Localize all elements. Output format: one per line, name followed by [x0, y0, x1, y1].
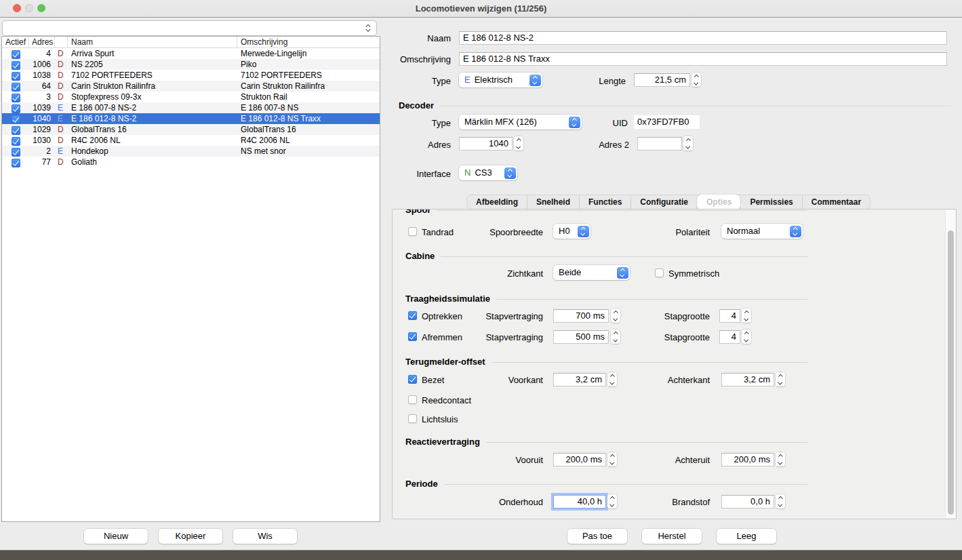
tandrad-checkbox[interactable]: [408, 227, 417, 236]
adres2-stepper[interactable]: [683, 136, 693, 151]
achteruit-stepper[interactable]: [776, 452, 785, 466]
chevron-updown-icon: [578, 226, 589, 237]
brandstof-input[interactable]: 0,0 h: [721, 495, 774, 508]
stapgrootte-input-1[interactable]: 4: [719, 309, 740, 323]
afremmen-checkbox[interactable]: [408, 332, 417, 341]
spoorbreedte-popup[interactable]: H0: [553, 224, 590, 239]
electric-type-letter: E: [464, 75, 470, 85]
uid-field[interactable]: 0x73FD7FB0: [634, 115, 700, 129]
table-row[interactable]: 3DStopfexpress 09-3xStrukton Rail: [2, 92, 380, 102]
cabine-section-title: Cabine: [405, 251, 435, 261]
actief-checkbox[interactable]: [12, 61, 20, 70]
row-omschrijving: Carin Strukton Railinfra: [237, 81, 380, 92]
tab-afbeelding[interactable]: Afbeelding: [467, 195, 527, 209]
adres-label: Adres: [383, 140, 451, 150]
table-row[interactable]: 1029DGlobalTrans 16GlobalTrans 16: [2, 124, 380, 135]
voorkant-label: Voorkant: [435, 375, 543, 385]
kopieer-button[interactable]: Kopieer: [159, 529, 222, 544]
adres-input[interactable]: 1040: [459, 137, 513, 151]
stapvertraging-input-1[interactable]: 700 ms: [553, 309, 609, 323]
col-actief[interactable]: Actief: [2, 37, 29, 47]
col-naam[interactable]: Naam: [68, 37, 237, 47]
col-type[interactable]: [55, 37, 68, 47]
tab-opties[interactable]: Opties: [697, 195, 740, 209]
traagheid-section-title: Traagheidssimulatie: [405, 294, 490, 304]
lengte-input[interactable]: 21,5 cm: [634, 73, 690, 87]
nieuw-button[interactable]: Nieuw: [84, 529, 148, 544]
actief-checkbox[interactable]: [12, 137, 20, 146]
tab-permissies[interactable]: Permissies: [740, 195, 801, 209]
tab-functies[interactable]: Functies: [579, 195, 630, 209]
actief-checkbox[interactable]: [12, 94, 20, 102]
adres2-input[interactable]: [637, 137, 682, 151]
table-row[interactable]: 1038D7102 PORTFEEDERS7102 PORTFEEDERS: [2, 70, 380, 81]
traction-type-letter: E: [55, 146, 68, 157]
achteruit-input[interactable]: 200,0 ms: [721, 453, 774, 466]
actief-checkbox[interactable]: [12, 115, 20, 124]
table-row[interactable]: 64DCarin Strukton RailinfraCarin Strukto…: [2, 81, 380, 92]
tab-commentaar[interactable]: Commentaar: [802, 195, 870, 209]
actief-checkbox[interactable]: [12, 72, 20, 81]
row-omschrijving: Piko: [237, 59, 380, 71]
tab-snelheid[interactable]: Snelheid: [527, 195, 579, 209]
optrekken-checkbox[interactable]: [408, 311, 417, 320]
table-row[interactable]: 4DArriva SpurtMerwede-Lingelijn: [2, 48, 380, 59]
achterkant-label: Achterkant: [601, 375, 710, 385]
actief-checkbox[interactable]: [12, 148, 20, 157]
leeg-button[interactable]: Leeg: [717, 529, 776, 544]
type-popup[interactable]: EElektrisch: [459, 73, 542, 87]
table-row[interactable]: 1006DNS 2205Piko: [2, 59, 380, 70]
row-omschrijving: Merwede-Lingelijn: [237, 48, 380, 60]
brandstof-label: Brandstof: [601, 497, 710, 507]
lichtsluis-checkbox[interactable]: [408, 414, 417, 423]
col-adres[interactable]: Adres: [29, 37, 55, 47]
actief-checkbox[interactable]: [12, 159, 20, 167]
periode-section: Periode: [405, 479, 807, 489]
lengte-stepper[interactable]: [692, 73, 701, 87]
actief-checkbox[interactable]: [12, 83, 20, 92]
herstel-button[interactable]: Herstel: [642, 529, 702, 544]
tab-configuratie[interactable]: Configuratie: [630, 195, 697, 209]
voorkant-input[interactable]: 3,2 cm: [553, 373, 606, 386]
stapgrootte-stepper-2[interactable]: [742, 329, 751, 344]
achterkant-input[interactable]: 3,2 cm: [721, 373, 774, 386]
chevron-updown-icon: [363, 22, 374, 34]
omschrijving-input[interactable]: E 186 012-8 NS Traxx: [459, 52, 947, 66]
pas-toe-button[interactable]: Pas toe: [567, 529, 627, 544]
reedcontact-checkbox[interactable]: [408, 395, 417, 404]
polariteit-popup[interactable]: Normaal: [721, 224, 803, 239]
stapgrootte-input-2[interactable]: 4: [719, 330, 740, 344]
zichtkant-popup[interactable]: Beide: [553, 265, 630, 280]
adres-stepper[interactable]: [514, 136, 523, 151]
onderhoud-input[interactable]: 40,0 h: [553, 495, 606, 508]
periode-section-title: Periode: [405, 479, 438, 489]
naam-input[interactable]: E 186 012-8 NS-2: [459, 31, 947, 45]
interface-value: CS3: [475, 167, 492, 178]
actief-checkbox[interactable]: [12, 126, 20, 135]
stapgrootte-stepper-1[interactable]: [742, 308, 751, 323]
traction-type-letter: D: [55, 92, 68, 103]
loco-filter-combobox[interactable]: [2, 20, 377, 36]
symmetrisch-checkbox[interactable]: [655, 268, 664, 277]
table-row[interactable]: 2EHondekopNS met snor: [2, 146, 380, 157]
window-title: Locomotieven wijzigen (11/256): [0, 3, 962, 14]
row-omschrijving: [237, 157, 380, 168]
table-row[interactable]: 1030DR4C 2006 NLR4C 2006 NL: [2, 135, 380, 146]
table-row[interactable]: 77DGoliath: [2, 157, 380, 167]
col-omschrijving[interactable]: Omschrijving: [237, 37, 380, 47]
actief-checkbox[interactable]: [12, 50, 20, 59]
panel-scrollbar[interactable]: [945, 210, 955, 518]
interface-popup[interactable]: NCS3: [459, 165, 517, 180]
achterkant-stepper[interactable]: [776, 372, 785, 386]
actief-checkbox[interactable]: [12, 104, 20, 113]
table-row[interactable]: 1040EE 186 012-8 NS-2E 186 012-8 NS Trax…: [2, 113, 380, 124]
stapvertraging-input-2[interactable]: 500 ms: [553, 330, 609, 344]
row-naam: R4C 2006 NL: [68, 135, 237, 146]
table-row[interactable]: 1039EE 186 007-8 NS-2E 186 007-8 NS: [2, 102, 380, 113]
vooruit-input[interactable]: 200,0 ms: [553, 453, 606, 466]
wis-button[interactable]: Wis: [233, 529, 297, 544]
bezet-checkbox[interactable]: [408, 375, 417, 384]
brandstof-stepper[interactable]: [776, 494, 785, 508]
scrollbar-thumb[interactable]: [948, 231, 954, 515]
row-naam: Carin Strukton Railinfra: [68, 81, 237, 92]
